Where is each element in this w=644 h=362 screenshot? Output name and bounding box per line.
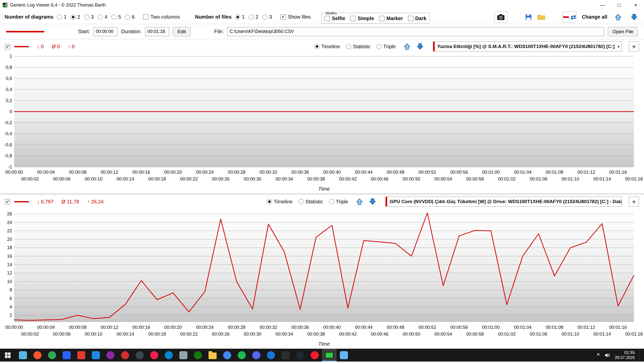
radio-dot[interactable]	[314, 44, 319, 49]
save-icon[interactable]	[525, 14, 532, 21]
sync-all-button[interactable]: ⇄	[563, 12, 576, 23]
radio-dot[interactable]	[299, 199, 304, 204]
close-button[interactable]: ×	[627, 0, 644, 10]
screenshot-button[interactable]	[494, 12, 507, 23]
chrome-icon[interactable]	[220, 349, 234, 361]
radio-2[interactable]: 2	[71, 14, 80, 20]
diagram-2-enable-checkbox[interactable]	[5, 199, 10, 204]
start-input[interactable]	[94, 27, 118, 36]
diagram-1-move-down-button[interactable]	[415, 41, 425, 52]
spotify-icon[interactable]	[234, 349, 249, 361]
generic-log-viewer-icon[interactable]	[322, 349, 337, 361]
app-blue-4-glyph	[340, 351, 348, 359]
app-calendar-icon[interactable]	[89, 349, 103, 361]
show-files-checkbox[interactable]: Show files	[280, 14, 311, 20]
radio-dot[interactable]	[377, 44, 382, 49]
app-blue-4-icon[interactable]	[337, 349, 351, 361]
radio-dot[interactable]	[235, 15, 240, 20]
radio-dot[interactable]	[84, 15, 89, 20]
radio-triple[interactable]: Triple	[377, 44, 396, 50]
app-window-icon[interactable]	[16, 349, 30, 361]
mode-simple-checkbox[interactable]: Simple	[350, 16, 374, 21]
checkbox-box[interactable]	[325, 16, 330, 21]
svg-text:00:01:14: 00:01:14	[593, 332, 611, 337]
opera-gx-icon[interactable]	[147, 349, 162, 361]
radio-timeline[interactable]: Timeline	[267, 199, 293, 205]
app-red-icon[interactable]	[74, 349, 89, 361]
radio-timeline[interactable]: Timeline	[314, 44, 340, 50]
mode-dark-checkbox[interactable]: Dark	[408, 16, 426, 21]
xbox-icon[interactable]	[191, 349, 205, 361]
opera-icon[interactable]	[307, 349, 322, 361]
app-blue-m-icon[interactable]	[59, 349, 74, 361]
svg-text:00:01:02: 00:01:02	[498, 176, 516, 182]
app-green-icon[interactable]	[45, 349, 59, 361]
edit-button[interactable]: Edit	[173, 27, 191, 36]
mode-selfie-checkbox[interactable]: Selfie	[325, 16, 345, 21]
open-file-button[interactable]: Open File	[608, 27, 638, 36]
radio-4[interactable]: 4	[98, 14, 107, 20]
app-blue-3-icon[interactable]	[264, 349, 278, 361]
checkbox-box[interactable]	[379, 16, 384, 21]
discord-icon[interactable]	[249, 349, 264, 361]
radio-dot[interactable]	[249, 15, 254, 20]
diagram-2-add-series-button[interactable]: +	[629, 197, 639, 207]
duration-input[interactable]	[145, 27, 169, 36]
radio-dot[interactable]	[98, 15, 103, 20]
app-blue-2-icon[interactable]	[162, 349, 176, 361]
app-gray-icon[interactable]	[176, 349, 191, 361]
radio-3[interactable]: 3	[262, 14, 272, 20]
radio-2[interactable]: 2	[249, 14, 258, 20]
minimize-button[interactable]: —	[594, 0, 611, 10]
hidden-icons-chevron-icon[interactable]: ^	[597, 352, 600, 358]
radio-dot[interactable]	[71, 15, 76, 20]
radio-triple[interactable]: Triple	[329, 199, 348, 205]
svg-text:00:00:26: 00:00:26	[212, 332, 229, 337]
show-desktop-button[interactable]	[639, 349, 641, 361]
radio-dot[interactable]	[111, 15, 116, 20]
app-purple-icon[interactable]	[103, 349, 118, 361]
app-dark-icon[interactable]	[132, 349, 147, 361]
svg-text:00:01:04: 00:01:04	[514, 170, 532, 175]
diagram-2-source-dropdown[interactable]: GPU Core (NVVDD) Çıktı Güç Tüketimi [W] …	[385, 197, 622, 207]
radio-dot[interactable]	[125, 15, 130, 20]
radio-1[interactable]: 1	[235, 14, 245, 20]
change-all-down-button[interactable]	[629, 12, 639, 22]
start-button[interactable]	[0, 349, 16, 361]
checkbox-box[interactable]	[408, 16, 413, 21]
radio-6[interactable]: 6	[125, 14, 135, 20]
radio-dot[interactable]	[346, 44, 351, 49]
show-files-checkbox-box[interactable]	[280, 14, 286, 20]
radio-5[interactable]: 5	[111, 14, 121, 20]
svg-text:00:00:08: 00:00:08	[69, 325, 87, 330]
two-columns-checkbox[interactable]: Two columns	[143, 14, 180, 20]
diagram-1-enable-checkbox[interactable]	[5, 44, 10, 49]
radio-1[interactable]: 1	[57, 14, 66, 20]
maximize-button[interactable]: □	[611, 0, 627, 10]
diagram-1-add-series-button[interactable]: +	[629, 41, 639, 52]
diagram-2-move-up-button[interactable]	[354, 196, 365, 207]
radio-statistic[interactable]: Statistic	[346, 44, 371, 50]
diagram-2-move-down-button[interactable]	[367, 196, 378, 207]
diagram-1-move-up-button[interactable]	[402, 41, 412, 52]
radio-3[interactable]: 3	[84, 14, 94, 20]
folder-icon[interactable]	[538, 14, 545, 20]
radio-dot[interactable]	[262, 15, 267, 20]
checkbox-box[interactable]	[350, 16, 355, 21]
brave-icon[interactable]	[30, 349, 45, 361]
two-columns-checkbox-box[interactable]	[143, 14, 148, 20]
app-red-2-icon[interactable]	[118, 349, 132, 361]
change-all-up-button[interactable]	[613, 12, 623, 22]
radio-dot[interactable]	[57, 15, 62, 20]
file-explorer-icon[interactable]	[205, 349, 220, 361]
steam-icon[interactable]	[293, 349, 307, 361]
file-path-input[interactable]	[227, 27, 604, 36]
diagram-1-source-dropdown[interactable]: Yazma Etkinliği [%] @ S.M.A.R.T.: WDS100…	[433, 41, 622, 52]
mode-marker-checkbox[interactable]: Marker	[379, 16, 403, 21]
radio-dot[interactable]	[267, 199, 272, 204]
radio-statistic[interactable]: Statistic	[299, 199, 323, 205]
tray-clock[interactable]: 01:55 29.07.2025	[615, 350, 635, 360]
epic-games-icon[interactable]	[278, 349, 293, 361]
volume-icon[interactable]	[604, 353, 610, 357]
radio-dot[interactable]	[329, 199, 334, 204]
